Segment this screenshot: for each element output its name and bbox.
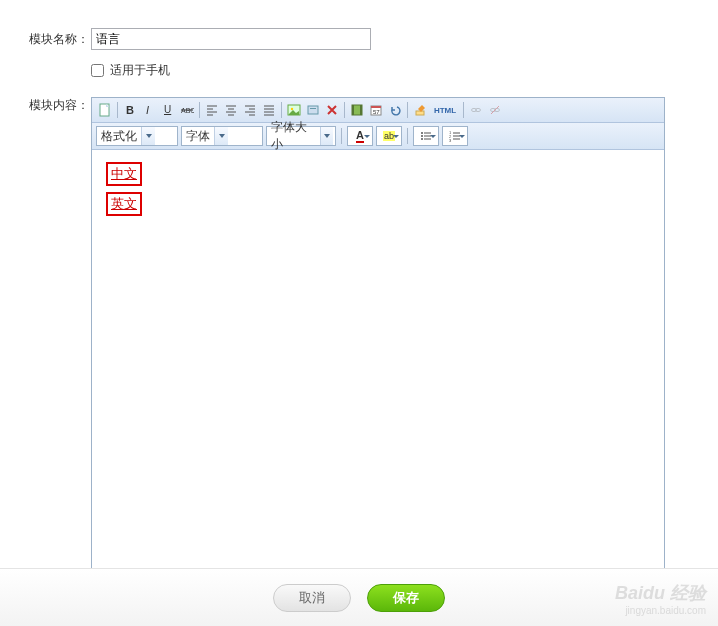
svg-point-40 (421, 135, 423, 137)
italic-icon[interactable]: I (140, 101, 158, 119)
mobile-checkbox[interactable] (91, 64, 104, 77)
bullet-list-button[interactable] (413, 126, 439, 146)
module-name-input[interactable] (91, 28, 371, 50)
svg-rect-24 (308, 106, 318, 114)
number-list-button[interactable]: 123 (442, 126, 468, 146)
separator (199, 102, 200, 118)
svg-line-37 (491, 106, 499, 114)
chevron-down-icon (320, 127, 333, 145)
font-color-icon: A (356, 129, 364, 143)
separator (344, 102, 345, 118)
svg-text:57: 57 (373, 109, 380, 115)
align-right-icon[interactable] (241, 101, 259, 119)
font-dropdown-label: 字体 (186, 128, 210, 145)
format-dropdown-label: 格式化 (101, 128, 137, 145)
bold-icon[interactable]: B (121, 101, 139, 119)
separator (281, 102, 282, 118)
module-name-label: 模块名称： (25, 31, 89, 48)
font-color-button[interactable]: A (347, 126, 373, 146)
svg-rect-25 (310, 108, 316, 109)
calendar-icon[interactable]: 57 (367, 101, 385, 119)
pencil-icon[interactable] (411, 101, 429, 119)
svg-rect-32 (416, 111, 424, 115)
strikethrough-icon[interactable]: ABC (178, 101, 196, 119)
svg-rect-30 (371, 106, 381, 108)
fontsize-dropdown[interactable]: 字体大小 (266, 126, 336, 146)
svg-rect-27 (352, 105, 354, 115)
svg-text:B: B (126, 104, 134, 116)
svg-text:I: I (146, 104, 149, 116)
html-source-icon[interactable]: HTML (430, 101, 460, 119)
underline-icon[interactable]: U (159, 101, 177, 119)
svg-text:3: 3 (449, 138, 452, 142)
font-dropdown[interactable]: 字体 (181, 126, 263, 146)
editor-toolbar-1: B I U ABC 57 HTML (92, 98, 664, 123)
align-left-icon[interactable] (203, 101, 221, 119)
clear-icon[interactable] (323, 101, 341, 119)
chevron-down-icon (141, 127, 155, 145)
chevron-down-icon (393, 135, 399, 138)
separator (117, 102, 118, 118)
link-icon[interactable] (467, 101, 485, 119)
rich-text-editor: B I U ABC 57 HTML 格式化 字体 (91, 97, 665, 571)
content-link-chinese[interactable]: 中文 (106, 162, 142, 186)
image-icon[interactable] (285, 101, 303, 119)
cancel-button[interactable]: 取消 (273, 584, 351, 612)
undo-icon[interactable] (386, 101, 404, 119)
editor-toolbar-2: 格式化 字体 字体大小 A ab 123 (92, 123, 664, 150)
svg-point-23 (291, 108, 293, 110)
highlight-button[interactable]: ab (376, 126, 402, 146)
fontsize-dropdown-label: 字体大小 (271, 119, 316, 153)
align-center-icon[interactable] (222, 101, 240, 119)
module-content-label: 模块内容： (25, 97, 89, 114)
svg-text:U: U (164, 104, 171, 115)
svg-rect-28 (360, 105, 362, 115)
content-link-english[interactable]: 英文 (106, 192, 142, 216)
align-justify-icon[interactable] (260, 101, 278, 119)
action-bar: 取消 保存 (0, 568, 718, 626)
svg-point-38 (421, 132, 423, 134)
svg-point-42 (421, 138, 423, 140)
attachment-icon[interactable] (304, 101, 322, 119)
new-page-icon[interactable] (96, 101, 114, 119)
format-dropdown[interactable]: 格式化 (96, 126, 178, 146)
separator (407, 128, 408, 144)
unlink-icon[interactable] (486, 101, 504, 119)
chevron-down-icon (430, 135, 436, 138)
separator (463, 102, 464, 118)
chevron-down-icon (459, 135, 465, 138)
separator (341, 128, 342, 144)
mobile-checkbox-label: 适用于手机 (110, 62, 170, 79)
film-icon[interactable] (348, 101, 366, 119)
save-button[interactable]: 保存 (367, 584, 445, 612)
chevron-down-icon (214, 127, 228, 145)
editor-content-area[interactable]: 中文 英文 (92, 150, 664, 570)
separator (407, 102, 408, 118)
chevron-down-icon (364, 135, 370, 138)
